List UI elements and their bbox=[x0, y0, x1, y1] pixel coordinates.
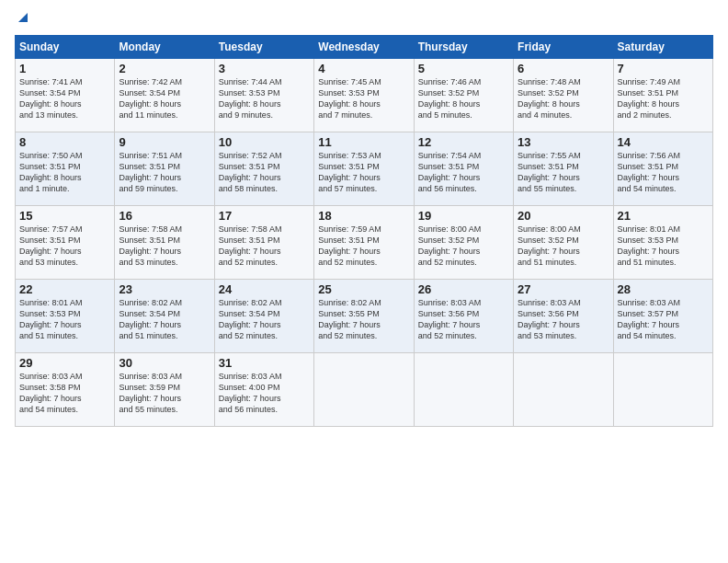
cell-info: Sunrise: 7:51 AM Sunset: 3:51 PM Dayligh… bbox=[119, 150, 210, 195]
day-number: 20 bbox=[518, 209, 609, 223]
day-number: 22 bbox=[19, 282, 110, 296]
day-number: 3 bbox=[219, 62, 310, 75]
day-number: 17 bbox=[219, 209, 310, 223]
cell-info: Sunrise: 8:01 AM Sunset: 3:53 PM Dayligh… bbox=[19, 297, 110, 342]
svg-marker-0 bbox=[18, 13, 28, 22]
calendar-cell: 24Sunrise: 8:02 AM Sunset: 3:54 PM Dayli… bbox=[214, 280, 313, 353]
cell-info: Sunrise: 8:03 AM Sunset: 3:57 PM Dayligh… bbox=[618, 297, 709, 342]
day-number: 6 bbox=[518, 62, 609, 75]
day-number: 21 bbox=[618, 209, 709, 223]
calendar-cell: 9Sunrise: 7:51 AM Sunset: 3:51 PM Daylig… bbox=[115, 132, 214, 206]
day-number: 9 bbox=[119, 135, 210, 149]
main-container: SundayMondayTuesdayWednesdayThursdayFrid… bbox=[0, 0, 728, 434]
header bbox=[15, 11, 713, 28]
calendar-cell: 10Sunrise: 7:52 AM Sunset: 3:51 PM Dayli… bbox=[214, 132, 313, 206]
cell-info: Sunrise: 8:02 AM Sunset: 3:55 PM Dayligh… bbox=[318, 297, 409, 342]
calendar-row: 22Sunrise: 8:01 AM Sunset: 3:53 PM Dayli… bbox=[16, 280, 713, 353]
calendar-cell: 16Sunrise: 7:58 AM Sunset: 3:51 PM Dayli… bbox=[115, 206, 214, 280]
header-cell-monday: Monday bbox=[115, 36, 214, 59]
cell-info: Sunrise: 7:59 AM Sunset: 3:51 PM Dayligh… bbox=[318, 224, 409, 269]
cell-info: Sunrise: 7:52 AM Sunset: 3:51 PM Dayligh… bbox=[219, 150, 310, 195]
calendar-cell bbox=[314, 353, 414, 427]
cell-info: Sunrise: 7:53 AM Sunset: 3:51 PM Dayligh… bbox=[318, 150, 409, 195]
calendar-header-row: SundayMondayTuesdayWednesdayThursdayFrid… bbox=[16, 36, 713, 59]
calendar-cell: 15Sunrise: 7:57 AM Sunset: 3:51 PM Dayli… bbox=[16, 206, 115, 280]
cell-info: Sunrise: 8:02 AM Sunset: 3:54 PM Dayligh… bbox=[219, 297, 310, 342]
day-number: 4 bbox=[318, 62, 409, 75]
day-number: 31 bbox=[219, 356, 310, 370]
calendar-cell: 5Sunrise: 7:46 AM Sunset: 3:52 PM Daylig… bbox=[414, 59, 513, 132]
day-number: 13 bbox=[518, 135, 609, 149]
cell-info: Sunrise: 8:00 AM Sunset: 3:52 PM Dayligh… bbox=[418, 224, 509, 269]
cell-info: Sunrise: 8:03 AM Sunset: 3:59 PM Dayligh… bbox=[119, 371, 210, 416]
calendar-cell: 26Sunrise: 8:03 AM Sunset: 3:56 PM Dayli… bbox=[414, 280, 513, 353]
calendar-cell: 29Sunrise: 8:03 AM Sunset: 3:58 PM Dayli… bbox=[16, 353, 115, 427]
day-number: 7 bbox=[618, 62, 709, 75]
header-cell-sunday: Sunday bbox=[16, 36, 115, 59]
calendar-cell: 4Sunrise: 7:45 AM Sunset: 3:53 PM Daylig… bbox=[314, 59, 414, 132]
calendar-cell: 2Sunrise: 7:42 AM Sunset: 3:54 PM Daylig… bbox=[115, 59, 214, 132]
calendar-cell: 19Sunrise: 8:00 AM Sunset: 3:52 PM Dayli… bbox=[414, 206, 513, 280]
cell-info: Sunrise: 8:03 AM Sunset: 3:56 PM Dayligh… bbox=[418, 297, 509, 342]
cell-info: Sunrise: 7:58 AM Sunset: 3:51 PM Dayligh… bbox=[219, 224, 310, 269]
cell-info: Sunrise: 8:01 AM Sunset: 3:53 PM Dayligh… bbox=[618, 224, 709, 269]
logo-arrow-icon bbox=[15, 9, 31, 26]
cell-info: Sunrise: 8:03 AM Sunset: 3:58 PM Dayligh… bbox=[19, 371, 110, 416]
day-number: 10 bbox=[219, 135, 310, 149]
cell-info: Sunrise: 8:03 AM Sunset: 3:56 PM Dayligh… bbox=[518, 297, 609, 342]
calendar-cell: 18Sunrise: 7:59 AM Sunset: 3:51 PM Dayli… bbox=[314, 206, 414, 280]
cell-info: Sunrise: 7:46 AM Sunset: 3:52 PM Dayligh… bbox=[418, 76, 509, 121]
calendar-cell: 1Sunrise: 7:41 AM Sunset: 3:54 PM Daylig… bbox=[16, 59, 115, 132]
day-number: 11 bbox=[318, 135, 409, 149]
calendar-cell: 7Sunrise: 7:49 AM Sunset: 3:51 PM Daylig… bbox=[613, 59, 712, 132]
cell-info: Sunrise: 7:56 AM Sunset: 3:51 PM Dayligh… bbox=[618, 150, 709, 195]
calendar-cell: 25Sunrise: 8:02 AM Sunset: 3:55 PM Dayli… bbox=[314, 280, 414, 353]
day-number: 29 bbox=[19, 356, 110, 370]
calendar-cell: 13Sunrise: 7:55 AM Sunset: 3:51 PM Dayli… bbox=[514, 132, 613, 206]
calendar-row: 15Sunrise: 7:57 AM Sunset: 3:51 PM Dayli… bbox=[16, 206, 713, 280]
header-cell-tuesday: Tuesday bbox=[214, 36, 313, 59]
day-number: 5 bbox=[418, 62, 509, 75]
day-number: 8 bbox=[19, 135, 110, 149]
calendar-cell: 14Sunrise: 7:56 AM Sunset: 3:51 PM Dayli… bbox=[613, 132, 712, 206]
day-number: 25 bbox=[318, 282, 409, 296]
cell-info: Sunrise: 8:02 AM Sunset: 3:54 PM Dayligh… bbox=[119, 297, 210, 342]
calendar-cell bbox=[414, 353, 513, 427]
cell-info: Sunrise: 7:57 AM Sunset: 3:51 PM Dayligh… bbox=[19, 224, 110, 269]
cell-info: Sunrise: 7:55 AM Sunset: 3:51 PM Dayligh… bbox=[518, 150, 609, 195]
calendar-cell: 6Sunrise: 7:48 AM Sunset: 3:52 PM Daylig… bbox=[514, 59, 613, 132]
calendar-cell: 31Sunrise: 8:03 AM Sunset: 4:00 PM Dayli… bbox=[214, 353, 313, 427]
calendar-table: SundayMondayTuesdayWednesdayThursdayFrid… bbox=[15, 35, 713, 427]
day-number: 23 bbox=[119, 282, 210, 296]
day-number: 16 bbox=[119, 209, 210, 223]
calendar-cell: 22Sunrise: 8:01 AM Sunset: 3:53 PM Dayli… bbox=[16, 280, 115, 353]
cell-info: Sunrise: 7:41 AM Sunset: 3:54 PM Dayligh… bbox=[19, 76, 110, 121]
calendar-row: 8Sunrise: 7:50 AM Sunset: 3:51 PM Daylig… bbox=[16, 132, 713, 206]
calendar-cell: 3Sunrise: 7:44 AM Sunset: 3:53 PM Daylig… bbox=[214, 59, 313, 132]
cell-info: Sunrise: 7:45 AM Sunset: 3:53 PM Dayligh… bbox=[318, 76, 409, 121]
cell-info: Sunrise: 7:44 AM Sunset: 3:53 PM Dayligh… bbox=[219, 76, 310, 121]
calendar-cell: 11Sunrise: 7:53 AM Sunset: 3:51 PM Dayli… bbox=[314, 132, 414, 206]
day-number: 18 bbox=[318, 209, 409, 223]
day-number: 15 bbox=[19, 209, 110, 223]
day-number: 1 bbox=[19, 62, 110, 75]
header-cell-friday: Friday bbox=[514, 36, 613, 59]
day-number: 24 bbox=[219, 282, 310, 296]
calendar-cell: 30Sunrise: 8:03 AM Sunset: 3:59 PM Dayli… bbox=[115, 353, 214, 427]
day-number: 30 bbox=[119, 356, 210, 370]
header-cell-saturday: Saturday bbox=[613, 36, 712, 59]
calendar-cell bbox=[613, 353, 712, 427]
day-number: 26 bbox=[418, 282, 509, 296]
day-number: 27 bbox=[518, 282, 609, 296]
day-number: 12 bbox=[418, 135, 509, 149]
calendar-cell: 28Sunrise: 8:03 AM Sunset: 3:57 PM Dayli… bbox=[613, 280, 712, 353]
day-number: 28 bbox=[618, 282, 709, 296]
cell-info: Sunrise: 8:03 AM Sunset: 4:00 PM Dayligh… bbox=[219, 371, 310, 416]
calendar-row: 29Sunrise: 8:03 AM Sunset: 3:58 PM Dayli… bbox=[16, 353, 713, 427]
calendar-cell: 17Sunrise: 7:58 AM Sunset: 3:51 PM Dayli… bbox=[214, 206, 313, 280]
header-cell-thursday: Thursday bbox=[414, 36, 513, 59]
calendar-cell: 20Sunrise: 8:00 AM Sunset: 3:52 PM Dayli… bbox=[514, 206, 613, 280]
cell-info: Sunrise: 7:48 AM Sunset: 3:52 PM Dayligh… bbox=[518, 76, 609, 121]
cell-info: Sunrise: 7:49 AM Sunset: 3:51 PM Dayligh… bbox=[618, 76, 709, 121]
day-number: 19 bbox=[418, 209, 509, 223]
